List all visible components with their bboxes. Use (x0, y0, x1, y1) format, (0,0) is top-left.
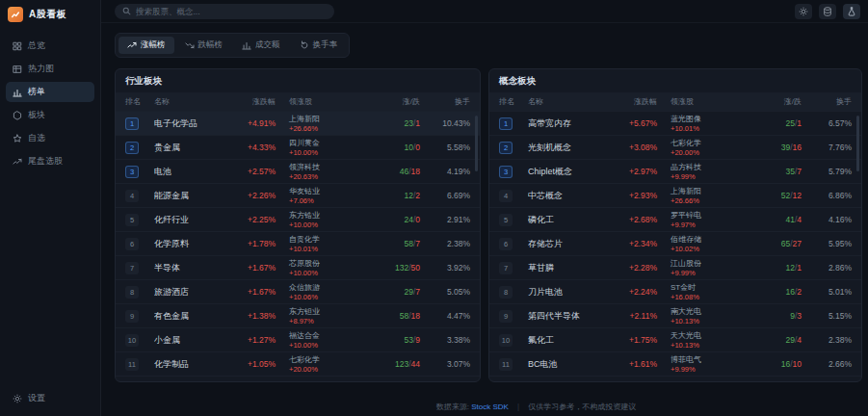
change-percent: +4.91% (220, 118, 276, 128)
table-row[interactable]: 7半导体+1.67%芯原股份+10.00%132/503.92% (116, 255, 480, 279)
advance-decline: 123/44 (360, 359, 420, 369)
search-box[interactable] (115, 4, 334, 19)
change-percent: +2.34% (601, 239, 657, 248)
footer-sdk-link[interactable]: Stock SDK (471, 403, 509, 411)
turnover-rate: 6.86% (802, 191, 852, 200)
table-row[interactable]: 10氟化工+1.75%天大光电+10.13%29/42.38% (489, 327, 861, 351)
leading-stock-name: 七彩化学 (289, 355, 360, 365)
scrollbar[interactable] (856, 116, 859, 171)
table-row[interactable]: 5化纤行业+2.25%东方锆业+10.00%24/02.91% (116, 207, 480, 231)
table-row[interactable]: 4能源金属+2.26%华友钴业+7.06%12/26.69% (116, 183, 480, 207)
search-icon (122, 7, 131, 15)
rank-badge: 4 (125, 190, 139, 202)
table-body: 1高带宽内存+5.67%蓝光图像+10.01%25/16.57%2光刻机概念+3… (489, 111, 861, 382)
leading-stock-name: 上海新阳 (289, 115, 360, 124)
table-row[interactable]: 4中芯概念+2.93%上海新阳+26.66%52/126.86% (489, 183, 861, 207)
industry-panel: 行业板块 排名名称涨跌幅领涨股涨/跌换手 1电子化学品+4.91%上海新阳+26… (115, 68, 481, 382)
table-row[interactable]: 3电池+2.57%领湃科技+20.63%46/184.19% (116, 159, 480, 183)
advance-decline: 52/12 (742, 191, 802, 200)
change-percent: +1.05% (220, 359, 276, 369)
sidebar-item-label: 尾盘选股 (28, 155, 63, 168)
rank-badge: 12 (125, 382, 139, 383)
turnover-rate: 2.38% (802, 335, 852, 345)
advance-decline: 24/0 (360, 215, 420, 224)
flask-icon[interactable] (843, 4, 860, 19)
rank-badge: 6 (125, 238, 139, 250)
turnover-rate: 2.66% (802, 359, 852, 369)
table-row[interactable]: 3Chiplet概念+2.97%晶方科技+9.99%35/75.79% (489, 159, 861, 183)
panels-content: 行业板块 排名名称涨跌幅领涨股涨/跌换手 1电子化学品+4.91%上海新阳+26… (101, 58, 868, 382)
table-row[interactable]: 8刀片电池+2.24%ST金时+16.08%16/25.01% (489, 279, 861, 303)
leading-stock-change: +10.01% (671, 124, 742, 133)
change-percent: +2.57% (220, 167, 276, 176)
leading-stock-name: 众信旅游 (289, 283, 360, 293)
table-row[interactable]: 5磷化工+2.68%罗平锌电+9.97%41/44.16% (489, 207, 861, 231)
scrollbar[interactable] (475, 116, 478, 171)
hexagon-icon (13, 111, 22, 120)
sidebar-item-热力图[interactable]: 热力图 (6, 59, 94, 79)
table-row[interactable]: 7草甘膦+2.28%江山股份+9.99%12/12.86% (489, 255, 861, 279)
sidebar-item-板块[interactable]: 板块 (6, 105, 94, 125)
sector-name: Chiplet概念 (528, 166, 601, 178)
table-row[interactable]: 2光刻机概念+3.08%七彩化学+20.00%39/167.76% (489, 135, 861, 159)
rank-badge: 10 (499, 334, 513, 347)
sector-name: 环保行业 (154, 382, 220, 383)
leading-stock-change: +10.00% (289, 341, 360, 350)
panel-title: 行业板块 (116, 69, 480, 92)
table-row[interactable]: 9第四代半导体+2.11%南大光电+10.13%9/35.15% (489, 303, 861, 327)
column-header: 排名 (125, 96, 154, 107)
table-row[interactable]: 11化学制品+1.05%七彩化学+20.00%123/443.07% (116, 351, 480, 376)
table-row[interactable]: 11BC电池+1.61%博菲电气+9.99%16/102.66% (489, 351, 861, 376)
database-icon[interactable] (819, 4, 836, 19)
sidebar-item-尾盘选股[interactable]: 尾盘选股 (6, 151, 94, 171)
search-input[interactable] (136, 7, 327, 16)
leading-stock-name: 七彩化学 (671, 139, 742, 148)
table-row[interactable]: 12小金属概念+1.58%五矿发展36/283.39% (489, 376, 861, 382)
tab-涨幅榜[interactable]: 涨幅榜 (118, 37, 174, 54)
turnover-rate: 2.38% (420, 239, 470, 248)
table-row[interactable]: 6存储芯片+2.34%佰维存储+10.02%65/275.95% (489, 231, 861, 255)
table-row[interactable]: 12环保行业+0.52%温州宏丰58/114.16% (116, 376, 480, 382)
leading-stock: 东方锆业+10.00% (276, 211, 360, 229)
turnover-rate: 6.69% (420, 191, 470, 200)
sidebar-item-总览[interactable]: 总览 (6, 36, 94, 56)
grid-icon (13, 41, 22, 51)
table-row[interactable]: 8旅游酒店+1.67%众信旅游+10.06%29/75.05% (116, 279, 480, 303)
table-row[interactable]: 1电子化学品+4.91%上海新阳+26.66%23/110.43% (116, 111, 480, 135)
tab-成交额[interactable]: 成交额 (233, 37, 289, 54)
leading-stock-change: +9.99% (671, 269, 742, 277)
trend-up-icon (127, 40, 137, 50)
table-row[interactable]: 9有色金属+1.38%东方钽业+8.97%58/184.47% (116, 303, 480, 327)
turnover-rate: 5.05% (420, 287, 470, 297)
concept-panel: 概念板块 排名名称涨跌幅领涨股涨/跌换手 1高带宽内存+5.67%蓝光图像+10… (488, 68, 862, 382)
change-percent: +2.68% (601, 215, 657, 224)
sector-name: 有色金属 (154, 310, 220, 323)
tab-换手率[interactable]: 换手率 (291, 37, 347, 54)
change-percent: +1.38% (220, 311, 276, 321)
rank-badge: 8 (125, 286, 139, 299)
tab-跌幅榜[interactable]: 跌幅榜 (176, 37, 232, 54)
advance-decline: 41/4 (742, 215, 802, 224)
change-percent: +1.75% (601, 335, 657, 345)
theme-sun-icon[interactable] (795, 4, 812, 19)
table-row[interactable]: 6化学原料+1.78%自贡化学+10.01%58/72.38% (116, 231, 480, 255)
change-percent: +1.67% (220, 263, 276, 273)
leading-stock-change: +10.02% (671, 245, 742, 253)
sector-name: 化纤行业 (154, 214, 220, 226)
leading-stock: 博菲电气+9.99% (657, 355, 742, 374)
table-row[interactable]: 10小金属+1.27%福达合金+10.00%53/93.38% (116, 327, 480, 351)
turnover-rate: 6.57% (802, 118, 852, 128)
change-percent: +4.33% (220, 143, 276, 152)
turnover-rate: 5.95% (802, 239, 852, 248)
advance-decline: 12/1 (742, 263, 802, 273)
advance-decline: 16/2 (742, 287, 802, 297)
rank-badge: 1 (499, 117, 513, 130)
leading-stock: 四川黄金+10.00% (276, 139, 360, 157)
table-row[interactable]: 2贵金属+4.33%四川黄金+10.00%10/05.58% (116, 135, 480, 159)
sidebar-item-自选[interactable]: 自选 (6, 128, 94, 148)
sidebar-item-榜单[interactable]: 榜单 (6, 82, 94, 102)
turnover-rate: 10.43% (420, 118, 470, 128)
table-row[interactable]: 1高带宽内存+5.67%蓝光图像+10.01%25/16.57% (489, 111, 861, 135)
change-percent: +2.11% (601, 311, 657, 321)
sidebar-item-settings[interactable]: 设置 (13, 392, 88, 404)
